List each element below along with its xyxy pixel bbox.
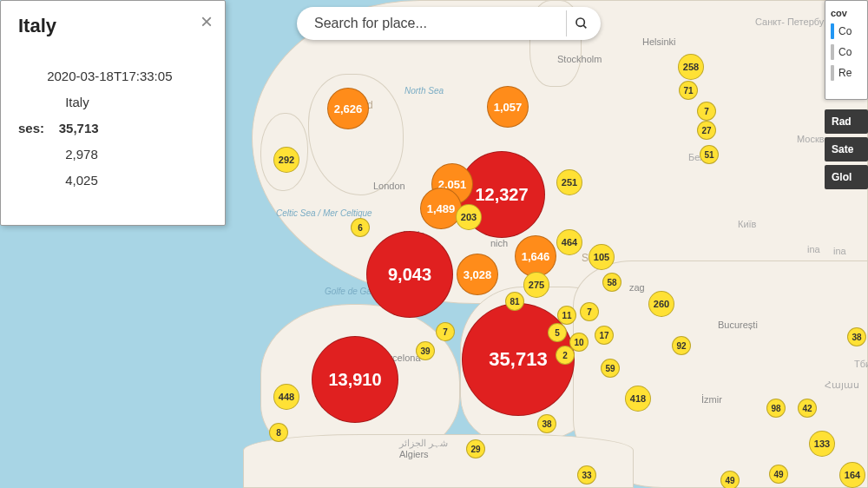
search-input[interactable] — [314, 16, 566, 31]
info-country: Italy — [65, 95, 89, 109]
info-panel: × Italy 2020-03-18T17:33:05 Italy ses: 3… — [0, 0, 226, 226]
data-bubble[interactable]: 71 — [679, 81, 698, 100]
data-bubble[interactable]: 203 — [456, 204, 482, 230]
data-bubble[interactable]: 39 — [416, 341, 435, 360]
data-bubble[interactable]: 105 — [589, 244, 615, 270]
data-bubble[interactable]: 251 — [556, 169, 582, 195]
search-button[interactable] — [566, 10, 595, 36]
search-bar — [297, 7, 601, 40]
data-bubble[interactable]: 2,626 — [327, 88, 369, 129]
data-bubble[interactable]: 42 — [798, 399, 817, 418]
data-bubble[interactable]: 133 — [809, 431, 835, 457]
view-button[interactable]: Rad — [825, 109, 868, 134]
data-bubble[interactable]: 2 — [556, 346, 575, 365]
data-bubble[interactable]: 1,646 — [515, 235, 556, 277]
data-bubble[interactable]: 418 — [625, 386, 651, 412]
legend-swatch — [831, 44, 834, 60]
info-recovered: 4,025 — [65, 173, 98, 188]
data-bubble[interactable]: 29 — [466, 439, 485, 458]
legend-item[interactable]: Re — [831, 65, 862, 81]
info-panel-title: Italy — [18, 15, 207, 37]
legend-label: Co — [838, 25, 852, 37]
data-bubble[interactable]: 17 — [595, 326, 614, 345]
legend-label: Re — [838, 67, 852, 79]
view-button[interactable]: Glol — [825, 165, 868, 189]
data-bubble[interactable]: 164 — [839, 462, 865, 488]
data-bubble[interactable]: 9,043 — [366, 231, 453, 318]
data-bubble[interactable]: 292 — [273, 147, 299, 173]
landmass-north-africa — [243, 434, 634, 488]
data-bubble[interactable]: 92 — [672, 336, 691, 355]
data-bubble[interactable]: 58 — [602, 273, 621, 292]
data-bubble[interactable]: 258 — [678, 54, 704, 80]
data-bubble[interactable]: 49 — [769, 465, 788, 484]
data-bubble[interactable]: 51 — [700, 145, 719, 164]
info-confirmed-label: ses: — [18, 121, 44, 135]
data-bubble[interactable]: 81 — [505, 292, 524, 311]
data-bubble[interactable]: 59 — [601, 359, 620, 378]
data-bubble[interactable]: 27 — [697, 121, 716, 140]
legend-swatch — [831, 23, 834, 39]
data-bubble[interactable]: 464 — [556, 229, 582, 255]
legend-item[interactable]: Co — [831, 23, 862, 39]
data-bubble[interactable]: 8 — [269, 423, 288, 442]
data-bubble[interactable]: 7 — [697, 102, 716, 121]
data-bubble[interactable]: 38 — [537, 414, 556, 433]
data-bubble[interactable]: 33 — [577, 465, 596, 485]
close-icon[interactable]: × — [201, 11, 213, 32]
data-bubble[interactable]: 98 — [766, 399, 786, 418]
data-bubble[interactable]: 448 — [273, 384, 299, 410]
view-buttons: RadSateGlol — [825, 109, 868, 193]
data-bubble[interactable]: 38 — [847, 327, 866, 346]
search-icon — [575, 16, 589, 30]
legend-swatch — [831, 65, 834, 81]
map-container[interactable]: HelsinkiСанкт- ПетербургStockholmNorth S… — [0, 0, 868, 488]
data-bubble[interactable]: 13,910 — [312, 336, 398, 423]
data-bubble[interactable]: 6 — [351, 218, 370, 237]
info-confirmed: 35,713 — [59, 121, 99, 135]
svg-point-0 — [576, 18, 584, 26]
data-bubble[interactable]: 3,028 — [457, 254, 498, 295]
data-bubble[interactable]: 275 — [523, 272, 549, 298]
legend-item[interactable]: Co — [831, 44, 862, 60]
data-bubble[interactable]: 11 — [557, 306, 576, 325]
view-button[interactable]: Sate — [825, 137, 868, 162]
legend-panel: cov CoCoRe — [825, 0, 868, 100]
info-date: 2020-03-18T17:33:05 — [47, 69, 172, 83]
data-bubble[interactable]: 1,489 — [420, 188, 462, 229]
legend-title: cov — [831, 8, 862, 18]
data-bubble[interactable]: 260 — [648, 291, 674, 317]
data-bubble[interactable]: 7 — [580, 302, 599, 321]
info-deaths: 2,978 — [65, 147, 98, 162]
data-bubble[interactable]: 49 — [720, 471, 740, 488]
svg-line-1 — [583, 25, 586, 28]
data-bubble[interactable]: 1,057 — [487, 86, 529, 128]
data-bubble[interactable]: 7 — [436, 322, 455, 341]
legend-label: Co — [838, 46, 852, 58]
data-bubble[interactable]: 5 — [548, 323, 567, 342]
